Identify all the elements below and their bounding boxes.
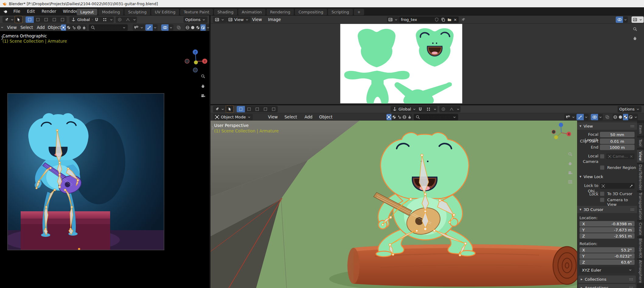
add-menu[interactable]: Add: [302, 113, 315, 121]
image-menu[interactable]: Image: [265, 16, 284, 23]
panel-grip[interactable]: [630, 125, 635, 128]
to-3d-cursor-checkbox[interactable]: [600, 191, 604, 196]
gizmo-icon[interactable]: [145, 24, 153, 31]
shading-dropdown-icon[interactable]: [633, 114, 638, 120]
sidebar-tab-transportation[interactable]: Transportation: [637, 192, 644, 220]
view-panel-header[interactable]: ▼ View: [577, 122, 637, 130]
shading-wireframe-icon[interactable]: [185, 24, 190, 31]
gizmo-dropdown-icon[interactable]: [584, 114, 589, 120]
blenderkit-clean-icon[interactable]: [407, 114, 412, 120]
sidebar-tab-tool[interactable]: Tool: [637, 138, 644, 148]
orthographic-toggle-icon[interactable]: [567, 178, 573, 185]
gizmo-y-axis[interactable]: [194, 61, 198, 65]
object-type-visibility-dropdown[interactable]: [564, 114, 576, 120]
camera-to-view-checkbox[interactable]: [600, 198, 604, 202]
overlays-dropdown-icon[interactable]: [169, 24, 173, 31]
gizmo-y-axis[interactable]: [554, 135, 558, 139]
shading-rendered-icon[interactable]: [628, 114, 633, 120]
workspace-tab-scripting[interactable]: Scripting: [328, 9, 353, 15]
workspace-tab-animation[interactable]: Animation: [238, 9, 266, 15]
select-extend-icon[interactable]: [34, 16, 42, 23]
blender-menu-icon[interactable]: [0, 9, 10, 14]
gizmo-x-neg-axis[interactable]: [552, 130, 555, 134]
view-menu[interactable]: View: [249, 16, 265, 23]
toolbar-expand-icon[interactable]: ❯: [1, 36, 4, 40]
gizmo-z-axis[interactable]: [559, 123, 563, 127]
gizmo-z-neg-axis[interactable]: [193, 68, 197, 72]
snap-magnet-icon[interactable]: [92, 16, 101, 23]
sidebar-tab-daztoblender[interactable]: DazToBlender: [637, 164, 644, 191]
cursor-panel-header[interactable]: ▼ 3D Cursor: [577, 206, 637, 213]
shading-wireframe-icon[interactable]: [613, 114, 618, 120]
display-channels-dropdown[interactable]: [632, 16, 644, 23]
editor-type-button[interactable]: [213, 106, 226, 112]
view-menu[interactable]: View: [4, 24, 19, 31]
cursor-rotation-y-field[interactable]: Y-0.0232°: [580, 253, 635, 259]
select-intersect-icon[interactable]: [270, 106, 278, 112]
workspace-tab-uv-editing[interactable]: UV Editing: [151, 9, 179, 15]
open-image-folder-icon[interactable]: [447, 17, 452, 22]
snap-magnet-icon[interactable]: [416, 106, 424, 112]
gizmo-x-neg-axis[interactable]: [185, 59, 189, 63]
sidebar-tab-blenderkit[interactable]: BlenderKit: [637, 238, 644, 258]
panel-grip[interactable]: [630, 208, 635, 211]
cursor-location-y-field[interactable]: Y-7.673 m: [580, 227, 635, 233]
render-region-checkbox[interactable]: [600, 165, 604, 170]
gizmo-dropdown-icon[interactable]: [153, 24, 158, 31]
pan-hand-icon[interactable]: [632, 35, 638, 41]
editor-type-button[interactable]: [2, 16, 16, 23]
snap-dropdown-icon[interactable]: [109, 16, 114, 23]
fake-user-shield-icon[interactable]: [434, 17, 439, 22]
frog-texture-canvas[interactable]: [340, 24, 462, 104]
proportional-falloff-icon[interactable]: [447, 106, 456, 112]
sidebar-tab-view[interactable]: View: [637, 150, 644, 163]
active-tool-select-icon[interactable]: [15, 16, 23, 23]
sidebar-tab-item[interactable]: Item: [637, 123, 644, 136]
camera-view-icon[interactable]: [567, 169, 573, 176]
focal-length-field[interactable]: 50 mm: [600, 132, 635, 137]
eyedropper-icon[interactable]: [629, 184, 633, 188]
zoom-icon[interactable]: [567, 151, 573, 157]
workspace-tab-shading[interactable]: Shading: [214, 9, 237, 15]
workspace-tab-modeling[interactable]: Modeling: [98, 9, 124, 15]
local-camera-field[interactable]: Came... ×: [606, 153, 635, 159]
navigation-gizmo[interactable]: X: [552, 122, 571, 141]
tool-options-dropdown[interactable]: Options: [618, 106, 642, 112]
cursor-rotation-x-field[interactable]: X53.2°: [580, 247, 635, 253]
duplicate-image-icon[interactable]: [441, 17, 445, 22]
image-datablock-field[interactable]: frog_tex ×: [399, 16, 459, 23]
browse-image-dropdown[interactable]: [387, 16, 399, 23]
blenderkit-brush-icon[interactable]: [397, 114, 402, 120]
workspace-tab-rendering[interactable]: Rendering: [266, 9, 294, 15]
camera-view-icon[interactable]: [200, 92, 206, 99]
shading-material-icon[interactable]: [623, 114, 628, 120]
blenderkit-hdr-icon[interactable]: [402, 114, 407, 120]
image-mode-dropdown[interactable]: View: [226, 16, 251, 23]
proportional-edit-icon[interactable]: [116, 16, 124, 23]
shading-solid-icon[interactable]: [618, 114, 623, 120]
xray-toggle-icon[interactable]: [176, 25, 181, 30]
cursor-location-x-field[interactable]: X-0.8398 m: [580, 221, 635, 227]
select-intersect-icon[interactable]: [58, 16, 67, 23]
workspace-tab-compositing[interactable]: Compositing: [295, 9, 327, 15]
overlays-icon[interactable]: [161, 24, 169, 31]
local-camera-checkbox[interactable]: [600, 154, 604, 159]
select-set-icon[interactable]: [237, 106, 245, 112]
object-type-visibility-dropdown[interactable]: [133, 24, 145, 31]
overlays-dropdown-icon[interactable]: [623, 16, 628, 23]
transform-orientation-dropdown[interactable]: Global: [391, 106, 418, 112]
workspace-tab-sculpting[interactable]: Sculpting: [124, 9, 150, 15]
select-invert-icon[interactable]: [261, 106, 270, 112]
overlays-dropdown-icon[interactable]: [598, 114, 603, 120]
shading-material-icon[interactable]: [195, 24, 200, 31]
workspace-tab-layout[interactable]: Layout: [77, 9, 97, 15]
pin-icon[interactable]: [461, 17, 466, 22]
annotations-panel-header[interactable]: ▶ Annotations: [578, 284, 636, 288]
gizmo-icon[interactable]: [576, 114, 584, 120]
xray-toggle-icon[interactable]: [605, 115, 610, 119]
select-menu[interactable]: Select: [18, 24, 36, 31]
snap-with-icon[interactable]: [101, 16, 109, 23]
collections-panel-header[interactable]: ▶ Collections: [578, 276, 636, 283]
lock-to-object-field[interactable]: [600, 183, 635, 189]
snap-dropdown-icon[interactable]: [433, 106, 437, 112]
